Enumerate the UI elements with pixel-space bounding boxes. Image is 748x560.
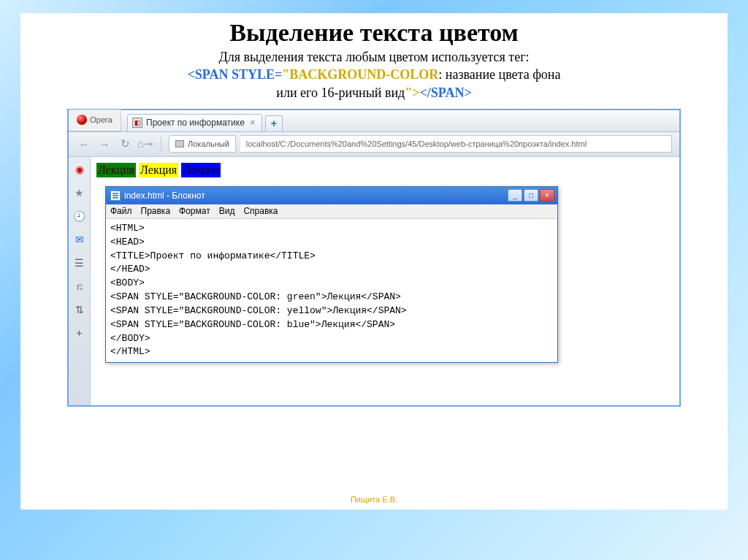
tab-close-icon[interactable]: × bbox=[248, 118, 257, 127]
close-button[interactable]: × bbox=[540, 189, 554, 202]
code-line: </HTML> bbox=[110, 346, 150, 357]
highlight-green: Лекция bbox=[96, 163, 136, 177]
home-button[interactable]: ⌂⊸ bbox=[137, 136, 153, 152]
browser-tab[interactable]: ◧ Проект по информатике × bbox=[127, 114, 262, 131]
highlight-yellow: Лекция bbox=[139, 163, 178, 177]
tag-close: </SPAN> bbox=[420, 85, 472, 100]
notepad-titlebar[interactable]: index.html - Блокнот _ □ × bbox=[106, 187, 557, 204]
sidebar: ◉ ★ 🕘 ✉ ☰ ⎌ ⇅ + bbox=[69, 157, 91, 405]
opera-label: Opera bbox=[90, 115, 112, 124]
url-text: localhost/C:/Documents%20and%20Settings/… bbox=[246, 139, 587, 148]
separator bbox=[161, 137, 161, 151]
highlight-row: Лекция Лекция Лекция bbox=[96, 163, 673, 177]
opera-menu-button[interactable]: Opera bbox=[69, 110, 121, 131]
code-line: </BODY> bbox=[110, 333, 150, 344]
menu-view[interactable]: Вид bbox=[219, 206, 235, 216]
menu-format[interactable]: Формат bbox=[179, 206, 210, 216]
address-bar[interactable]: localhost/C:/Documents%20and%20Settings/… bbox=[240, 135, 672, 153]
sidebar-panel-icon[interactable]: ☰ bbox=[73, 256, 86, 269]
address-zone-text: Локальный bbox=[188, 139, 229, 148]
quote-close: "> bbox=[405, 85, 419, 100]
new-tab-button[interactable]: + bbox=[265, 115, 283, 131]
code-line: <BODY> bbox=[110, 277, 145, 288]
menu-help[interactable]: Справка bbox=[243, 206, 278, 216]
sidebar-mail-icon[interactable]: ✉ bbox=[73, 233, 86, 246]
highlight-blue: Лекция bbox=[181, 163, 221, 177]
notepad-title-text: index.html - Блокнот bbox=[124, 191, 205, 201]
quote-open: " bbox=[282, 67, 289, 82]
menu-file[interactable]: Файл bbox=[110, 206, 132, 216]
tag-open: <SPAN STYLE= bbox=[188, 67, 283, 82]
notepad-window[interactable]: index.html - Блокнот _ □ × Файл П bbox=[105, 186, 558, 363]
favicon-icon: ◧ bbox=[132, 118, 142, 128]
css-property: BACKGROUND-COLOR bbox=[289, 67, 438, 82]
page-viewport: Лекция Лекция Лекция index.html - Блокно… bbox=[91, 157, 679, 405]
back-button[interactable]: ← bbox=[76, 136, 92, 152]
notepad-doc-icon bbox=[110, 191, 121, 201]
slide-footer: Пищита Е.В. bbox=[20, 495, 728, 504]
browser-content-row: ◉ ★ 🕘 ✉ ☰ ⎌ ⇅ + Лекция Лекция Лекция bbox=[69, 157, 679, 405]
notepad-menubar: Файл Правка Формат Вид Справка bbox=[106, 204, 557, 219]
code-line: <SPAN STYLE="BACKGROUND-COLOR: green">Ле… bbox=[110, 291, 401, 302]
local-drive-icon bbox=[175, 140, 184, 147]
code-line: <HEAD> bbox=[110, 237, 145, 248]
css-value-desc: : название цвета фона bbox=[438, 67, 560, 82]
browser-toolbar: ← → ↻ ⌂⊸ Локальный localhost/C:/Document… bbox=[69, 132, 679, 157]
tab-title: Проект по информатике bbox=[146, 118, 245, 128]
minimize-button[interactable]: _ bbox=[508, 189, 522, 202]
code-example: <SPAN STYLE="BACKGROUND-COLOR: название … bbox=[41, 66, 707, 83]
forward-button[interactable]: → bbox=[96, 136, 112, 152]
reload-button[interactable]: ↻ bbox=[117, 136, 133, 152]
desc-line3: или его 16-ричный вид bbox=[276, 85, 405, 100]
sidebar-opera-icon[interactable]: ◉ bbox=[73, 163, 86, 176]
slide-card: Выделение текста цветом Для выделения те… bbox=[20, 13, 728, 510]
menu-edit[interactable]: Правка bbox=[141, 206, 171, 216]
code-line: <HTML> bbox=[110, 223, 145, 234]
notepad-editor[interactable]: <HTML> <HEAD> <TITLE>Проект по информати… bbox=[106, 219, 557, 362]
browser-window: Opera ◧ Проект по информатике × + ← → ↻ … bbox=[67, 109, 681, 407]
code-line: </HEAD> bbox=[110, 264, 150, 275]
tab-strip: Opera ◧ Проект по информатике × + bbox=[69, 110, 679, 132]
sidebar-sync-icon[interactable]: ⇅ bbox=[73, 303, 86, 316]
slide-title: Выделение текста цветом bbox=[41, 19, 707, 47]
code-example-line2: или его 16-ричный вид"></SPAN> bbox=[41, 84, 707, 101]
sidebar-link-icon[interactable]: ⎌ bbox=[73, 280, 86, 293]
slide-background: Выделение текста цветом Для выделения те… bbox=[0, 0, 748, 560]
slide-description-line1: Для выделения текста любым цветом исполь… bbox=[41, 48, 707, 66]
sidebar-star-icon[interactable]: ★ bbox=[73, 186, 86, 199]
sidebar-add-icon[interactable]: + bbox=[73, 326, 86, 340]
address-zone-label[interactable]: Локальный bbox=[169, 135, 236, 153]
sidebar-history-icon[interactable]: 🕘 bbox=[73, 210, 86, 223]
code-line: <TITLE>Проект по информатике</TITLE> bbox=[110, 250, 316, 261]
code-line: <SPAN STYLE="BACKGROUND-COLOR: blue">Лек… bbox=[110, 319, 395, 330]
code-line: <SPAN STYLE="BACKGROUND-COLOR: yellow">Л… bbox=[110, 305, 407, 316]
opera-icon bbox=[77, 115, 87, 125]
maximize-button[interactable]: □ bbox=[524, 189, 538, 202]
